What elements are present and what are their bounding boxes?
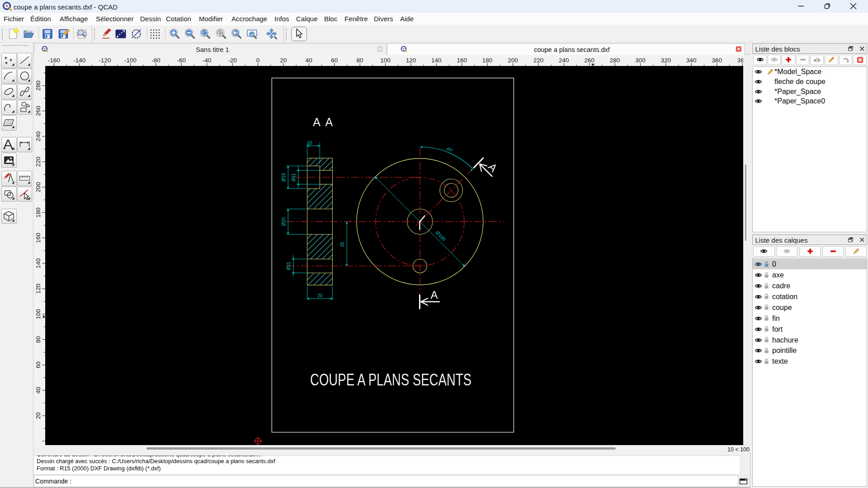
svg-text:40: 40 [35,387,42,394]
svg-text:200: 200 [35,182,42,192]
svg-text:-120: -120 [99,56,111,63]
svg-text:120: 120 [406,56,416,63]
svg-text:-140: -140 [73,56,85,63]
svg-text:Ø20: Ø20 [281,217,286,226]
svg-text:360: 360 [712,56,722,63]
svg-text:280: 280 [609,56,620,63]
svg-text:80: 80 [356,56,363,63]
svg-text:Ø18: Ø18 [281,173,286,182]
svg-text:20: 20 [280,56,287,63]
svg-text:Ø100: Ø100 [435,230,447,242]
svg-text:200: 200 [508,56,518,63]
svg-text:-60: -60 [177,56,186,63]
svg-text:100: 100 [380,56,391,63]
svg-text:Ø11: Ø11 [291,173,296,182]
svg-text:Ø11: Ø11 [286,262,291,270]
svg-text:80: 80 [35,336,42,343]
svg-text:380: 380 [737,56,743,63]
svg-text:a: a [814,57,816,62]
svg-text:-40: -40 [202,56,211,63]
svg-text:20: 20 [317,293,323,298]
svg-text:-80: -80 [151,56,160,63]
svg-text:300: 300 [635,56,646,63]
svg-text:140: 140 [431,56,442,63]
svg-text:10: 10 [307,141,312,145]
svg-text:160: 160 [35,233,42,243]
svg-text:A: A [313,116,321,128]
svg-text:45°: 45° [446,146,454,153]
svg-text:-160: -160 [47,56,60,63]
svg-text:180: 180 [482,56,492,63]
svg-text:40: 40 [305,56,312,63]
svg-text:140: 140 [35,258,42,269]
svg-text:280: 280 [35,80,42,91]
svg-text:100: 100 [35,309,42,319]
svg-text:120: 120 [35,284,42,294]
svg-text:A: A [431,289,438,301]
svg-text:b: b [818,57,820,62]
svg-text:260: 260 [35,106,42,116]
svg-text:A: A [325,116,333,128]
svg-text:220: 220 [35,157,42,167]
svg-text:320: 320 [660,56,671,63]
svg-text:20: 20 [35,412,42,419]
svg-text:0: 0 [256,56,259,63]
svg-text:-20: -20 [228,56,237,63]
svg-text:340: 340 [686,56,697,63]
svg-text:COUPE A PLANS SECANTS: COUPE A PLANS SECANTS [310,371,472,389]
svg-text:180: 180 [35,207,42,218]
svg-text:240: 240 [35,131,42,142]
svg-text:35: 35 [340,242,345,247]
svg-text:60: 60 [35,361,42,368]
svg-text:-100: -100 [124,56,136,63]
svg-text:240: 240 [559,56,569,63]
svg-text:60: 60 [331,56,338,63]
svg-text:220: 220 [533,56,543,63]
svg-text:160: 160 [457,56,467,63]
svg-text:260: 260 [584,56,594,63]
